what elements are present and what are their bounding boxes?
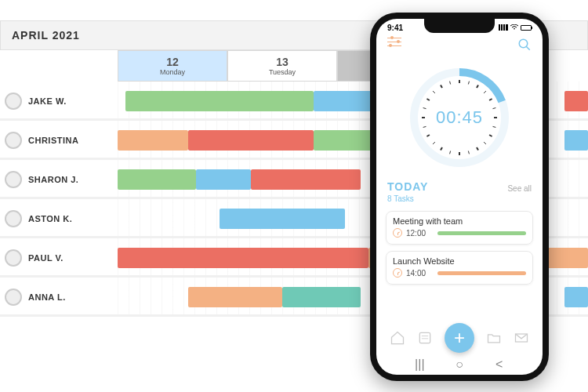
settings-sliders-icon[interactable] bbox=[387, 38, 401, 47]
task-time: 12:00 bbox=[406, 229, 426, 238]
plus-icon: + bbox=[454, 328, 465, 347]
avatar bbox=[5, 132, 22, 149]
task-count: 8 Tasks bbox=[376, 194, 543, 203]
gantt-bar[interactable] bbox=[564, 91, 588, 111]
day-column[interactable]: 13 Tuesday bbox=[227, 50, 337, 82]
clock-icon bbox=[393, 228, 402, 238]
back-button[interactable]: < bbox=[494, 359, 505, 370]
gantt-bar[interactable] bbox=[564, 287, 588, 307]
mail-icon[interactable] bbox=[514, 330, 529, 346]
person-name: SHARON J. bbox=[28, 175, 78, 184]
gantt-bar[interactable] bbox=[251, 169, 361, 190]
folder-icon[interactable] bbox=[486, 330, 502, 346]
gantt-bar[interactable] bbox=[282, 287, 361, 307]
gantt-bar[interactable] bbox=[220, 209, 345, 229]
clock-icon bbox=[393, 268, 402, 278]
person-cell: JAKE W. bbox=[0, 93, 118, 110]
person-cell: ANNA L. bbox=[0, 289, 118, 306]
day-number: 12 bbox=[118, 56, 227, 68]
person-cell: CHRISTINA bbox=[0, 132, 118, 149]
task-card[interactable]: Meeting with team 12:00 bbox=[386, 211, 533, 245]
android-nav-bar: ||| ○ < bbox=[376, 356, 543, 375]
person-name: ANNA L. bbox=[28, 292, 66, 302]
today-label: TODAY bbox=[387, 180, 428, 193]
timer-widget[interactable]: 00:45 bbox=[376, 60, 543, 177]
task-title: Meeting with team bbox=[393, 216, 526, 226]
app-topbar bbox=[376, 36, 543, 60]
day-column[interactable]: 12 Monday bbox=[118, 50, 227, 82]
task-progress bbox=[437, 271, 526, 275]
phone-notch bbox=[424, 19, 495, 33]
svg-point-0 bbox=[519, 39, 528, 48]
person-cell: ASTON K. bbox=[0, 210, 118, 227]
task-progress bbox=[437, 231, 526, 235]
person-name: PAUL V. bbox=[28, 253, 64, 263]
signal-icon bbox=[499, 24, 508, 31]
phone-screen: 9:41 00:45 bbox=[376, 19, 543, 375]
avatar bbox=[5, 249, 22, 267]
svg-rect-28 bbox=[420, 332, 430, 343]
home-button[interactable]: ○ bbox=[454, 359, 465, 370]
gantt-bar[interactable] bbox=[196, 169, 251, 190]
task-card[interactable]: Launch Website 14:00 bbox=[386, 251, 533, 285]
person-name: CHRISTINA bbox=[28, 136, 78, 145]
gantt-bar[interactable] bbox=[188, 287, 282, 307]
gantt-bar[interactable] bbox=[118, 248, 368, 268]
gantt-bar[interactable] bbox=[118, 130, 188, 151]
phone-frame: 9:41 00:45 bbox=[370, 13, 549, 381]
person-cell: PAUL V. bbox=[0, 249, 118, 267]
avatar bbox=[5, 93, 22, 110]
avatar bbox=[5, 289, 22, 306]
person-name: JAKE W. bbox=[28, 96, 67, 106]
gantt-bar[interactable] bbox=[564, 130, 588, 151]
day-number: 13 bbox=[228, 56, 336, 68]
person-cell: SHARON J. bbox=[0, 171, 118, 188]
recent-apps-button[interactable]: ||| bbox=[414, 359, 425, 370]
see-all-link[interactable]: See all bbox=[507, 184, 532, 193]
task-title: Launch Website bbox=[393, 256, 526, 266]
add-button[interactable]: + bbox=[445, 323, 474, 353]
list-icon[interactable] bbox=[417, 330, 433, 346]
bottom-nav: + bbox=[376, 318, 543, 356]
gantt-bar[interactable] bbox=[118, 169, 196, 190]
wifi-icon bbox=[510, 24, 518, 31]
timer-value: 00:45 bbox=[405, 63, 514, 172]
task-time: 14:00 bbox=[406, 269, 426, 278]
gantt-bar[interactable] bbox=[125, 91, 314, 111]
svg-line-1 bbox=[526, 46, 530, 50]
battery-icon bbox=[521, 25, 532, 31]
today-header: TODAY See all bbox=[376, 177, 543, 194]
person-name: ASTON K. bbox=[28, 214, 72, 223]
gantt-bar[interactable] bbox=[188, 130, 314, 151]
avatar bbox=[5, 171, 22, 188]
day-of-week: Tuesday bbox=[228, 68, 336, 76]
home-icon[interactable] bbox=[390, 330, 405, 346]
day-of-week: Monday bbox=[118, 68, 227, 76]
avatar bbox=[5, 210, 22, 227]
search-icon[interactable] bbox=[517, 38, 532, 55]
status-time: 9:41 bbox=[387, 24, 403, 32]
status-icons bbox=[499, 24, 532, 31]
